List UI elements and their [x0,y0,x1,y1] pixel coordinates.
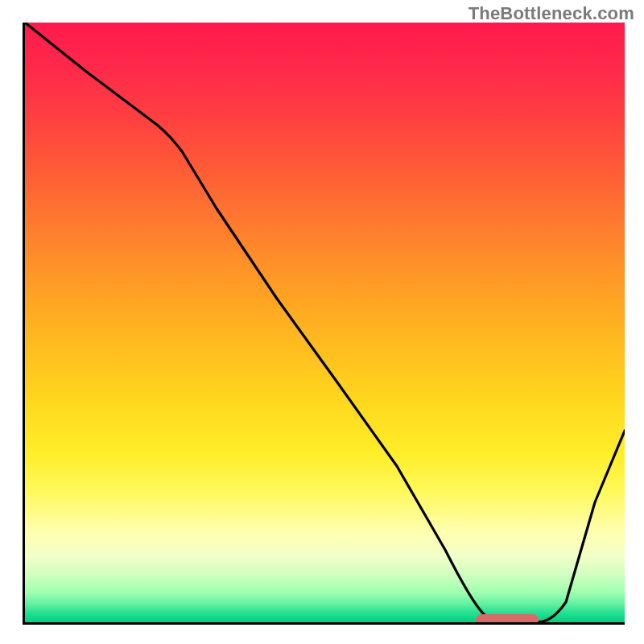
watermark-text: TheBottleneck.com [469,3,634,24]
chart-curve-svg [25,23,625,622]
chart-plot-area [23,23,625,625]
optimal-range-marker [476,614,539,625]
bottleneck-curve-path [25,23,625,622]
